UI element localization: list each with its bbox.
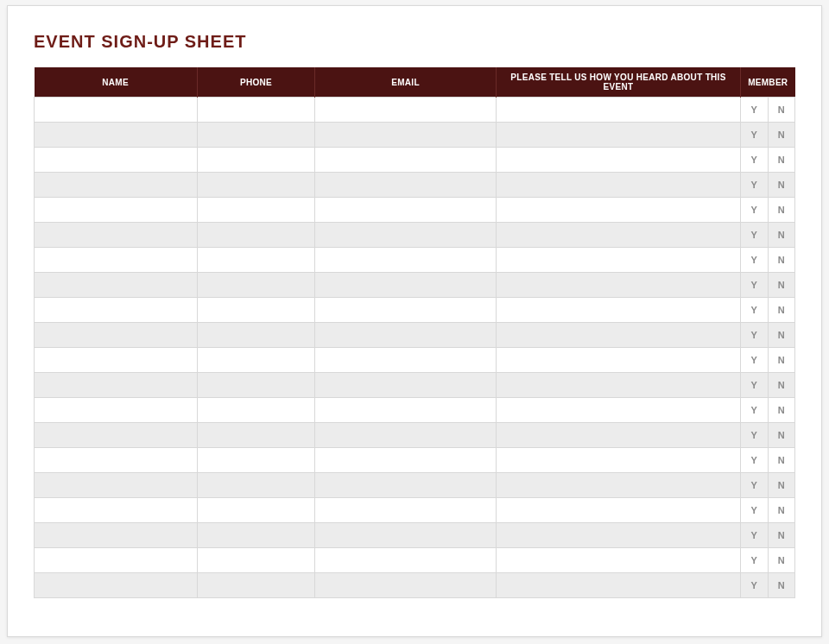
cell-member-y[interactable]: Y <box>741 148 768 173</box>
cell-phone[interactable] <box>197 448 314 473</box>
cell-phone[interactable] <box>197 348 314 373</box>
cell-email[interactable] <box>315 223 497 248</box>
cell-email[interactable] <box>315 348 497 373</box>
cell-member-n[interactable]: N <box>768 423 795 448</box>
cell-heard[interactable] <box>496 523 740 548</box>
cell-member-y[interactable]: Y <box>741 523 768 548</box>
cell-email[interactable] <box>315 523 497 548</box>
cell-heard[interactable] <box>496 248 740 273</box>
cell-heard[interactable] <box>496 348 740 373</box>
cell-name[interactable] <box>35 98 198 123</box>
cell-heard[interactable] <box>496 223 740 248</box>
cell-heard[interactable] <box>496 198 740 223</box>
cell-phone[interactable] <box>197 398 314 423</box>
cell-member-n[interactable]: N <box>768 173 795 198</box>
cell-email[interactable] <box>315 448 497 473</box>
cell-heard[interactable] <box>496 548 740 573</box>
cell-name[interactable] <box>35 323 198 348</box>
cell-member-y[interactable]: Y <box>741 123 768 148</box>
cell-name[interactable] <box>35 298 198 323</box>
cell-heard[interactable] <box>496 298 740 323</box>
cell-member-y[interactable]: Y <box>741 98 768 123</box>
cell-name[interactable] <box>35 198 198 223</box>
cell-email[interactable] <box>315 498 497 523</box>
cell-member-n[interactable]: N <box>768 198 795 223</box>
cell-name[interactable] <box>35 423 198 448</box>
cell-phone[interactable] <box>197 223 314 248</box>
cell-member-n[interactable]: N <box>768 98 795 123</box>
cell-name[interactable] <box>35 473 198 498</box>
cell-phone[interactable] <box>197 498 314 523</box>
cell-name[interactable] <box>35 223 198 248</box>
cell-email[interactable] <box>315 98 497 123</box>
cell-member-n[interactable]: N <box>768 223 795 248</box>
cell-phone[interactable] <box>197 298 314 323</box>
cell-name[interactable] <box>35 573 198 598</box>
cell-email[interactable] <box>315 198 497 223</box>
cell-heard[interactable] <box>496 273 740 298</box>
cell-member-y[interactable]: Y <box>741 223 768 248</box>
cell-phone[interactable] <box>197 548 314 573</box>
cell-email[interactable] <box>315 248 497 273</box>
cell-heard[interactable] <box>496 148 740 173</box>
cell-heard[interactable] <box>496 98 740 123</box>
cell-member-n[interactable]: N <box>768 248 795 273</box>
cell-name[interactable] <box>35 273 198 298</box>
cell-email[interactable] <box>315 473 497 498</box>
cell-phone[interactable] <box>197 248 314 273</box>
cell-email[interactable] <box>315 273 497 298</box>
cell-phone[interactable] <box>197 573 314 598</box>
cell-member-y[interactable]: Y <box>741 298 768 323</box>
cell-email[interactable] <box>315 123 497 148</box>
cell-member-n[interactable]: N <box>768 573 795 598</box>
cell-heard[interactable] <box>496 123 740 148</box>
cell-heard[interactable] <box>496 498 740 523</box>
cell-name[interactable] <box>35 448 198 473</box>
cell-phone[interactable] <box>197 98 314 123</box>
cell-member-n[interactable]: N <box>768 298 795 323</box>
cell-member-y[interactable]: Y <box>741 373 768 398</box>
cell-member-y[interactable]: Y <box>741 473 768 498</box>
cell-phone[interactable] <box>197 123 314 148</box>
cell-name[interactable] <box>35 123 198 148</box>
cell-heard[interactable] <box>496 373 740 398</box>
cell-phone[interactable] <box>197 373 314 398</box>
cell-member-y[interactable]: Y <box>741 548 768 573</box>
cell-member-n[interactable]: N <box>768 473 795 498</box>
cell-phone[interactable] <box>197 148 314 173</box>
cell-heard[interactable] <box>496 398 740 423</box>
cell-heard[interactable] <box>496 473 740 498</box>
cell-email[interactable] <box>315 298 497 323</box>
cell-member-n[interactable]: N <box>768 523 795 548</box>
cell-heard[interactable] <box>496 423 740 448</box>
cell-member-n[interactable]: N <box>768 348 795 373</box>
cell-name[interactable] <box>35 523 198 548</box>
cell-member-y[interactable]: Y <box>741 323 768 348</box>
cell-heard[interactable] <box>496 173 740 198</box>
cell-member-y[interactable]: Y <box>741 573 768 598</box>
cell-member-y[interactable]: Y <box>741 448 768 473</box>
cell-member-y[interactable]: Y <box>741 398 768 423</box>
cell-email[interactable] <box>315 398 497 423</box>
cell-member-n[interactable]: N <box>768 373 795 398</box>
cell-member-y[interactable]: Y <box>741 248 768 273</box>
cell-member-n[interactable]: N <box>768 548 795 573</box>
cell-heard[interactable] <box>496 573 740 598</box>
cell-name[interactable] <box>35 398 198 423</box>
cell-phone[interactable] <box>197 423 314 448</box>
cell-member-y[interactable]: Y <box>741 348 768 373</box>
cell-name[interactable] <box>35 173 198 198</box>
cell-email[interactable] <box>315 373 497 398</box>
cell-member-n[interactable]: N <box>768 148 795 173</box>
cell-member-n[interactable]: N <box>768 123 795 148</box>
cell-email[interactable] <box>315 548 497 573</box>
cell-phone[interactable] <box>197 273 314 298</box>
cell-email[interactable] <box>315 573 497 598</box>
cell-member-y[interactable]: Y <box>741 498 768 523</box>
cell-phone[interactable] <box>197 473 314 498</box>
cell-heard[interactable] <box>496 448 740 473</box>
cell-name[interactable] <box>35 498 198 523</box>
cell-member-n[interactable]: N <box>768 448 795 473</box>
cell-name[interactable] <box>35 348 198 373</box>
cell-name[interactable] <box>35 373 198 398</box>
